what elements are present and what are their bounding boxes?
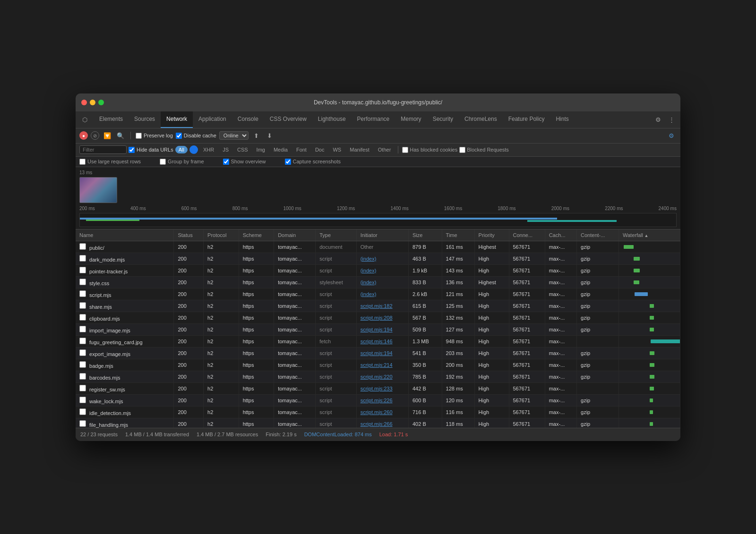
- main-content[interactable]: Name Status Protocol Scheme Domain Type …: [76, 229, 680, 428]
- initiator-link[interactable]: (index): [361, 268, 377, 273]
- col-waterfall[interactable]: Waterfall: [619, 229, 680, 241]
- group-by-frame-option[interactable]: Group by frame: [160, 159, 204, 165]
- table-row[interactable]: import_image.mjs 200 h2 https tomayac...…: [76, 323, 680, 335]
- row-checkbox[interactable]: [79, 338, 86, 344]
- filter-all[interactable]: All: [175, 146, 188, 153]
- tab-sources[interactable]: Sources: [129, 111, 161, 128]
- capture-screenshots-option[interactable]: Capture screenshots: [285, 159, 341, 165]
- col-time[interactable]: Time: [442, 229, 474, 241]
- initiator-link[interactable]: script.mjs:194: [361, 327, 393, 332]
- blocked-requests-label[interactable]: Blocked Requests: [459, 147, 509, 153]
- tab-console[interactable]: Console: [232, 111, 264, 128]
- has-blocked-cookies-checkbox[interactable]: [402, 147, 408, 153]
- filter-img[interactable]: Img: [253, 146, 268, 153]
- initiator-link[interactable]: script.mjs:266: [361, 421, 393, 427]
- export-icon[interactable]: ⬇: [265, 130, 275, 141]
- table-row[interactable]: style.css 200 h2 https tomayac... styles…: [76, 276, 680, 288]
- initiator-link[interactable]: script.mjs:226: [361, 398, 393, 403]
- row-checkbox[interactable]: [79, 255, 86, 262]
- col-priority[interactable]: Priority: [474, 229, 509, 241]
- timeline-bars[interactable]: [79, 213, 677, 227]
- hide-data-urls-checkbox[interactable]: [129, 147, 135, 153]
- minimize-button[interactable]: [90, 100, 95, 105]
- col-type[interactable]: Type: [316, 229, 356, 241]
- col-size[interactable]: Size: [408, 229, 442, 241]
- disable-cache-checkbox[interactable]: [176, 133, 182, 139]
- table-row[interactable]: wake_lock.mjs 200 h2 https tomayac... sc…: [76, 394, 680, 406]
- clear-button[interactable]: ⊘: [91, 131, 99, 140]
- preserve-log-label[interactable]: Preserve log: [136, 133, 173, 139]
- tab-memory[interactable]: Memory: [395, 111, 427, 128]
- filter-doc[interactable]: Doc: [312, 146, 328, 153]
- table-row[interactable]: clipboard.mjs 200 h2 https tomayac... sc…: [76, 312, 680, 323]
- filter-xhr[interactable]: XHR: [200, 146, 217, 153]
- table-row[interactable]: share.mjs 200 h2 https tomayac... script…: [76, 300, 680, 312]
- col-protocol[interactable]: Protocol: [204, 229, 239, 241]
- col-status[interactable]: Status: [174, 229, 204, 241]
- initiator-link[interactable]: script.mjs:146: [361, 339, 393, 344]
- table-row[interactable]: script.mjs 200 h2 https tomayac... scrip…: [76, 288, 680, 300]
- capture-screenshots-checkbox[interactable]: [285, 159, 291, 165]
- network-settings-icon[interactable]: ⚙: [666, 130, 677, 141]
- settings-icon[interactable]: ⚙: [653, 114, 663, 125]
- col-initiator[interactable]: Initiator: [356, 229, 408, 241]
- table-row[interactable]: public/ 200 h2 https tomayac... document…: [76, 241, 680, 253]
- filter-media[interactable]: Media: [270, 146, 291, 153]
- group-by-frame-checkbox[interactable]: [160, 159, 166, 165]
- initiator-link[interactable]: (index): [361, 291, 377, 297]
- row-checkbox[interactable]: [79, 267, 86, 273]
- filter-icon[interactable]: 🔽: [102, 130, 112, 141]
- tab-css-overview[interactable]: CSS Overview: [264, 111, 312, 128]
- row-checkbox[interactable]: [79, 302, 86, 309]
- row-checkbox[interactable]: [79, 361, 86, 368]
- preserve-log-checkbox[interactable]: [136, 133, 142, 139]
- table-row[interactable]: export_image.mjs 200 h2 https tomayac...…: [76, 347, 680, 359]
- tab-elements[interactable]: Elements: [94, 111, 129, 128]
- maximize-button[interactable]: [98, 100, 104, 105]
- table-row[interactable]: dark_mode.mjs 200 h2 https tomayac... sc…: [76, 253, 680, 264]
- row-checkbox[interactable]: [79, 420, 86, 427]
- filter-ws[interactable]: WS: [329, 146, 344, 153]
- tab-lighthouse[interactable]: Lighthouse: [312, 111, 352, 128]
- close-button[interactable]: [81, 100, 87, 105]
- col-content[interactable]: Content-...: [577, 229, 619, 241]
- filter-css[interactable]: CSS: [234, 146, 251, 153]
- col-domain[interactable]: Domain: [274, 229, 316, 241]
- show-overview-checkbox[interactable]: [223, 159, 229, 165]
- row-checkbox[interactable]: [79, 349, 86, 356]
- tab-application[interactable]: Application: [193, 111, 232, 128]
- import-icon[interactable]: ⬆: [251, 130, 262, 141]
- initiator-link[interactable]: script.mjs:260: [361, 409, 393, 415]
- row-checkbox[interactable]: [79, 279, 86, 285]
- col-conn[interactable]: Conne...: [509, 229, 545, 241]
- hide-data-urls-label[interactable]: Hide data URLs: [129, 147, 173, 153]
- row-checkbox[interactable]: [79, 373, 86, 380]
- show-overview-option[interactable]: Show overview: [223, 159, 266, 165]
- row-checkbox[interactable]: [79, 290, 86, 297]
- use-large-rows-option[interactable]: Use large request rows: [79, 159, 141, 165]
- row-checkbox[interactable]: [79, 314, 86, 321]
- tab-feature-policy[interactable]: Feature Policy: [503, 111, 550, 128]
- initiator-link[interactable]: (index): [361, 256, 377, 262]
- disable-cache-label[interactable]: Disable cache: [176, 133, 216, 139]
- cursor-icon[interactable]: ⬡: [79, 114, 90, 125]
- tab-network[interactable]: Network: [161, 111, 193, 128]
- search-icon[interactable]: 🔍: [115, 130, 126, 141]
- row-checkbox[interactable]: [79, 326, 86, 332]
- more-icon[interactable]: ⋮: [666, 114, 677, 125]
- filter-input[interactable]: [79, 145, 127, 154]
- tab-hints[interactable]: Hints: [550, 111, 574, 128]
- row-checkbox[interactable]: [79, 385, 86, 391]
- table-row[interactable]: fugu_greeting_card.jpg 200 h2 https toma…: [76, 335, 680, 347]
- filter-other[interactable]: Other: [375, 146, 395, 153]
- table-row[interactable]: pointer-tracker.js 200 h2 https tomayac.…: [76, 264, 680, 276]
- row-checkbox[interactable]: [79, 397, 86, 403]
- table-row[interactable]: badge.mjs 200 h2 https tomayac... script…: [76, 359, 680, 371]
- filter-js[interactable]: JS: [219, 146, 232, 153]
- filter-font[interactable]: Font: [293, 146, 310, 153]
- initiator-link[interactable]: script.mjs:233: [361, 386, 393, 391]
- tab-chromelens[interactable]: ChromeLens: [459, 111, 503, 128]
- col-cache[interactable]: Cach...: [545, 229, 576, 241]
- has-blocked-cookies-label[interactable]: Has blocked cookies: [402, 147, 457, 153]
- initiator-link[interactable]: script.mjs:214: [361, 362, 393, 368]
